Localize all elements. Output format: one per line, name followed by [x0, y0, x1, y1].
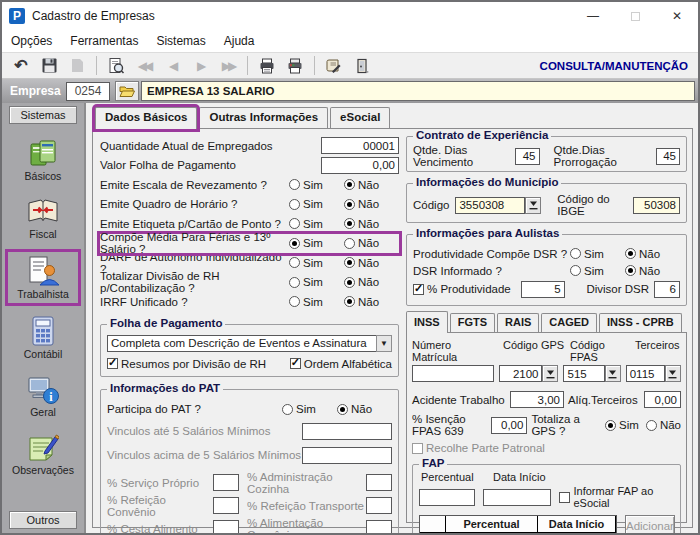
exit-button[interactable] [349, 54, 375, 77]
radio-nao[interactable]: Não [625, 265, 680, 277]
tab-fgts[interactable]: FGTS [450, 313, 495, 333]
minimize-button[interactable]: — [572, 2, 614, 30]
codigo-fpas-field[interactable]: 515 [563, 365, 604, 382]
employees-count-field[interactable]: 00001 [321, 137, 399, 154]
radio-nao[interactable]: Não [344, 237, 399, 249]
radio-sim[interactable]: Sim [570, 265, 625, 277]
empresa-lookup-button[interactable] [115, 81, 139, 101]
gps-dropdown-button[interactable] [542, 365, 558, 382]
tab-bar: Dados Básicos Outras Informações eSocial [95, 107, 693, 129]
produtividade-checkbox[interactable]: % Produtividade [413, 283, 511, 295]
aliq-terceiros-field[interactable]: 0,00 [644, 391, 681, 408]
field-label: Valor Folha de Pagamento [100, 159, 321, 171]
preview-button[interactable] [103, 54, 129, 77]
tab-caged[interactable]: CAGED [541, 313, 597, 333]
radio-nao[interactable]: Não [646, 419, 681, 431]
radio-sim[interactable]: Sim [289, 296, 344, 308]
undo-button[interactable]: ↶ [8, 54, 34, 77]
nav-first-button[interactable]: ◀◀ [131, 54, 157, 77]
fap-data-inicio-field[interactable] [483, 489, 551, 506]
refeicao-transporte-field[interactable] [366, 497, 392, 514]
radio-nao[interactable]: Não [344, 296, 399, 308]
informar-fap-checkbox[interactable]: Informar FAP ao eSocial [559, 485, 674, 509]
dias-vencimento-field[interactable]: 45 [515, 148, 540, 165]
adm-cozinha-field[interactable] [366, 474, 392, 491]
radio-sim[interactable]: Sim [289, 198, 344, 210]
alimentacao-convenio-field[interactable] [366, 520, 392, 535]
combo-dropdown-button[interactable]: ▼ [376, 335, 392, 352]
radio-nao[interactable]: Não [337, 403, 392, 415]
vinculos-acima5-field[interactable] [302, 447, 392, 464]
menu-sistemas[interactable]: Sistemas [147, 34, 214, 48]
codigo-ibge-field[interactable]: 50308 [633, 197, 680, 214]
sidebar-item-contabil[interactable]: Contábil [8, 312, 78, 363]
terceiros-field[interactable]: 0115 [626, 365, 665, 382]
field-row: DSR Informado ? Sim Não [413, 262, 680, 279]
radio-nao[interactable]: Não [344, 218, 399, 230]
sign-button[interactable] [321, 54, 347, 77]
numero-matricula-field[interactable] [412, 365, 494, 382]
tab-outras-informacoes[interactable]: Outras Informações [199, 107, 328, 129]
nav-prev-button[interactable]: ◀ [159, 54, 185, 77]
print-quick-button[interactable] [64, 54, 90, 77]
radio-nao[interactable]: Não [344, 179, 399, 191]
maximize-button[interactable] [614, 2, 656, 30]
tab-inss-cprb[interactable]: INSS - CPRB [599, 313, 682, 333]
fap-percentual-field[interactable] [419, 489, 475, 506]
radio-nao[interactable]: Não [344, 276, 399, 288]
radio-sim[interactable]: Sim [570, 248, 625, 260]
print-button[interactable] [254, 54, 280, 77]
folha-combo[interactable]: Completa com Descrição de Eventos e Assi… [107, 335, 392, 352]
recolhe-patronal-checkbox[interactable]: Recolhe Parte Patronal [412, 442, 545, 454]
radio-sim[interactable]: Sim [289, 257, 344, 269]
adicionar-button[interactable]: Adicionar [625, 515, 675, 535]
resumos-checkbox[interactable]: Resumos por Divisão de RH [107, 358, 266, 370]
radio-sim[interactable]: Sim [605, 419, 639, 431]
save-button[interactable] [36, 54, 62, 77]
sidebar-item-trabalhista[interactable]: Trabalhista [8, 252, 78, 303]
empresa-code-field[interactable]: 0254 [66, 82, 110, 101]
produtividade-field[interactable]: 5 [521, 281, 565, 298]
radio-sim[interactable]: Sim [289, 276, 344, 288]
sidebar-item-observacoes[interactable]: Observações [8, 430, 78, 479]
radio-sim[interactable]: Sim [289, 179, 344, 191]
empresa-name-field[interactable]: EMPRESA 13 SALARIO [141, 81, 695, 101]
radio-sim[interactable]: Sim [289, 218, 344, 230]
nav-last-button[interactable]: ▶▶ [215, 54, 241, 77]
terceiros-dropdown-button[interactable] [665, 365, 681, 382]
servico-proprio-field[interactable] [213, 474, 239, 491]
radio-nao[interactable]: Não [625, 248, 680, 260]
sidebar-item-geral[interactable]: i Geral [8, 372, 78, 421]
menu-ajuda[interactable]: Ajuda [215, 34, 264, 48]
outros-button[interactable]: Outros [9, 511, 77, 529]
menu-ferramentas[interactable]: Ferramentas [61, 34, 147, 48]
report-button[interactable] [282, 54, 308, 77]
radio-nao[interactable]: Não [344, 257, 399, 269]
cesta-alimento-field[interactable] [213, 520, 239, 535]
nav-next-button[interactable]: ▶ [187, 54, 213, 77]
sistemas-button[interactable]: Sistemas [9, 106, 77, 124]
sidebar-item-fiscal[interactable]: Fiscal [8, 194, 78, 243]
vinculos-ate5-field[interactable] [302, 423, 392, 440]
codigo-gps-field[interactable]: 2100 [499, 365, 542, 382]
sidebar-item-basicos[interactable]: Básicos [8, 134, 78, 185]
radio-sim[interactable]: Sim [282, 403, 337, 415]
codigo-municipio-field[interactable]: 3550308 [455, 197, 525, 214]
fpas-dropdown-button[interactable] [605, 365, 621, 382]
radio-nao[interactable]: Não [344, 198, 399, 210]
refeicao-convenio-field[interactable] [213, 497, 239, 514]
tab-inss[interactable]: INSS [406, 311, 448, 333]
tab-rais[interactable]: RAIS [497, 313, 539, 333]
tab-dados-basicos[interactable]: Dados Básicos [95, 107, 197, 129]
isencao-fpas-field[interactable]: 0,00 [491, 417, 528, 434]
acidente-trabalho-field[interactable]: 3,00 [510, 391, 564, 408]
radio-sim[interactable]: Sim [289, 237, 344, 249]
divisor-dsr-field[interactable]: 6 [654, 281, 680, 298]
menu-opcoes[interactable]: Opções [2, 34, 61, 48]
tab-esocial[interactable]: eSocial [330, 107, 390, 129]
ordem-alfabetica-checkbox[interactable]: Ordem Alfabética [290, 358, 392, 370]
codigo-municipio-dropdown-button[interactable] [525, 197, 541, 214]
payroll-value-field[interactable]: 0,00 [321, 157, 399, 174]
dias-prorrogacao-field[interactable]: 45 [656, 148, 681, 165]
close-button[interactable]: ✕ [656, 2, 698, 30]
